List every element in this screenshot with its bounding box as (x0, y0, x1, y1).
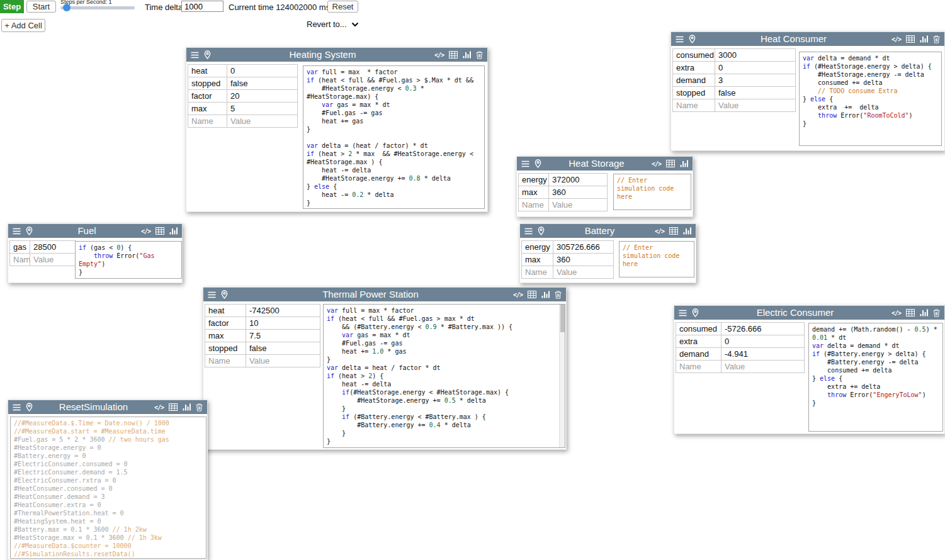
panel-header[interactable]: ResetSimulation </> (8, 400, 207, 414)
code-icon[interactable]: </> (513, 291, 523, 298)
trash-icon[interactable] (196, 403, 203, 412)
code-editor[interactable]: var delta = demand * dtif (#HeatStorage.… (799, 52, 942, 146)
code-icon[interactable]: </> (891, 310, 901, 316)
var-value[interactable]: 0 (721, 335, 805, 348)
chart-icon[interactable] (169, 227, 178, 235)
menu-icon[interactable] (679, 310, 687, 316)
panel-header[interactable]: Electric Consumer </> (674, 306, 944, 320)
new-var-value-input[interactable]: Value (246, 354, 320, 367)
pin-icon[interactable] (26, 227, 33, 235)
var-value[interactable]: 0 (715, 61, 796, 74)
chart-icon[interactable] (920, 35, 928, 43)
new-var-name-input[interactable]: Name (9, 253, 30, 266)
steps-slider-track[interactable] (60, 6, 135, 9)
table-icon[interactable] (666, 160, 675, 167)
revert-to-dropdown[interactable]: Revert to... (307, 20, 359, 29)
reset-button[interactable]: Reset (327, 1, 358, 13)
var-value[interactable]: 360 (548, 186, 608, 199)
chart-icon[interactable] (183, 403, 191, 411)
panel-header[interactable]: Battery </> (520, 224, 696, 238)
menu-icon[interactable] (521, 160, 529, 167)
panel-header[interactable]: Thermal Power Station </> (203, 288, 566, 301)
table-icon[interactable] (156, 227, 164, 235)
trash-icon[interactable] (476, 51, 483, 59)
code-icon[interactable]: </> (891, 36, 901, 43)
code-editor[interactable]: demand += (Math.random() - 0.5) *0.01 * … (808, 323, 943, 432)
var-value[interactable]: 3000 (715, 48, 796, 62)
code-editor[interactable]: var full = max * factorif (heat < full &… (323, 304, 565, 448)
var-value[interactable]: 10 (246, 316, 320, 330)
var-value[interactable]: 0 (227, 64, 298, 77)
table-icon[interactable] (669, 227, 678, 235)
new-var-name-input[interactable]: Name (518, 198, 549, 211)
var-value[interactable]: 20 (227, 89, 298, 103)
var-value[interactable]: 305726.666 (553, 240, 614, 254)
chart-icon[interactable] (920, 309, 928, 316)
code-editor[interactable]: if (gas < 0) { throw Error("Gas Empty")} (75, 241, 182, 279)
var-value[interactable]: false (246, 342, 320, 355)
panel-header[interactable]: Heat Storage </> (517, 157, 693, 171)
table-icon[interactable] (449, 51, 458, 59)
chart-icon[interactable] (683, 227, 691, 235)
pin-icon[interactable] (689, 35, 696, 43)
code-icon[interactable]: </> (434, 52, 444, 59)
trash-icon[interactable] (933, 309, 940, 317)
pin-icon[interactable] (204, 50, 211, 59)
step-button[interactable]: Step (0, 0, 24, 13)
var-value[interactable]: 5 (227, 102, 298, 115)
new-var-name-input[interactable]: Name (188, 115, 227, 128)
pin-icon[interactable] (26, 403, 33, 412)
code-icon[interactable]: </> (655, 228, 664, 235)
code-scrollbar[interactable] (559, 305, 565, 447)
new-var-name-input[interactable]: Name (676, 360, 721, 373)
table-icon[interactable] (906, 35, 915, 43)
menu-icon[interactable] (191, 52, 199, 59)
trash-icon[interactable] (555, 291, 562, 299)
pin-icon[interactable] (535, 159, 541, 168)
chart-icon[interactable] (463, 51, 471, 59)
code-editor[interactable]: // Enter simulation code here (613, 174, 691, 210)
code-editor[interactable]: var full = max * factorif (heat < full &… (303, 65, 485, 209)
var-value[interactable]: 28500 (30, 240, 76, 254)
start-button[interactable]: Start (26, 1, 56, 13)
new-var-value-input[interactable]: Value (30, 253, 76, 266)
new-var-value-input[interactable]: Value (715, 99, 796, 112)
table-icon[interactable] (528, 291, 536, 298)
new-var-name-input[interactable]: Name (205, 354, 246, 367)
menu-icon[interactable] (13, 404, 21, 411)
panel-header[interactable]: Fuel </> (8, 224, 182, 238)
code-icon[interactable]: </> (154, 404, 164, 411)
time-delta-input[interactable] (181, 1, 224, 12)
scrollbar-thumb[interactable] (560, 305, 565, 332)
new-var-value-input[interactable]: Value (548, 198, 608, 211)
code-icon[interactable]: </> (652, 160, 661, 167)
var-value[interactable]: 3 (715, 74, 796, 87)
new-var-value-input[interactable]: Value (721, 360, 805, 373)
pin-icon[interactable] (538, 227, 545, 235)
var-value[interactable]: -4.941 (721, 347, 805, 361)
table-icon[interactable] (906, 309, 915, 316)
var-value[interactable]: 360 (553, 253, 614, 266)
steps-slider-thumb[interactable] (63, 4, 71, 11)
chart-icon[interactable] (680, 160, 688, 167)
table-icon[interactable] (169, 403, 178, 411)
pin-icon[interactable] (221, 290, 228, 299)
var-value[interactable]: 7.5 (246, 329, 320, 342)
code-editor[interactable]: //#MeasureData.$.Time = Date.now() / 100… (10, 417, 207, 559)
panel-header[interactable]: Heat Consumer </> (671, 32, 944, 46)
var-value[interactable]: -742500 (246, 304, 320, 317)
add-cell-button[interactable]: + Add Cell (1, 19, 45, 32)
code-editor[interactable]: // Enter simulation code here (619, 241, 694, 277)
var-value[interactable]: false (227, 77, 298, 90)
code-icon[interactable]: </> (141, 228, 150, 235)
chart-icon[interactable] (541, 291, 550, 298)
new-var-value-input[interactable]: Value (553, 266, 614, 279)
var-value[interactable]: 372000 (548, 173, 608, 186)
trash-icon[interactable] (933, 35, 940, 43)
panel-header[interactable]: Heating System </> (186, 48, 487, 62)
menu-icon[interactable] (676, 36, 684, 43)
pin-icon[interactable] (692, 308, 699, 317)
var-value[interactable]: false (715, 86, 796, 99)
var-value[interactable]: -5726.666 (721, 322, 805, 335)
menu-icon[interactable] (13, 228, 21, 235)
